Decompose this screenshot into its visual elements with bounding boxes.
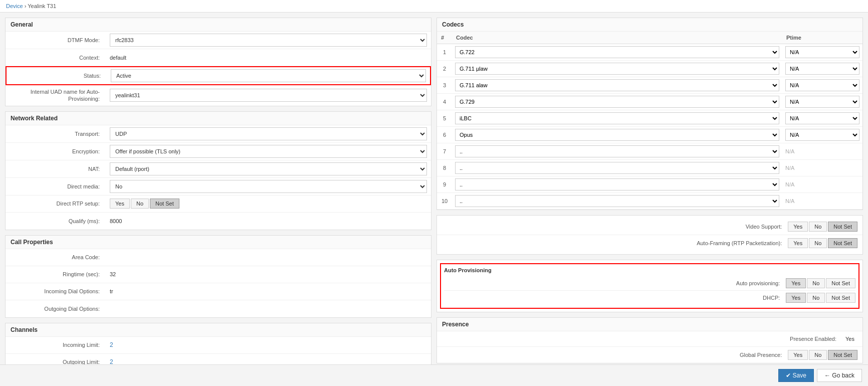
codec-row-2: 2G.711 µlawN/A (437, 61, 862, 77)
codec-num-9: 9 (437, 176, 452, 193)
qualify-value (106, 216, 431, 227)
video-notset[interactable]: Not Set (828, 222, 857, 232)
codec-row-3: 3G.711 alawN/A (437, 77, 862, 94)
ptime-select-4[interactable]: N/A (785, 96, 859, 108)
dtmf-row: DTMF Mode: rfc2833 (6, 32, 431, 49)
direct-rtp-value: Yes No Not Set (106, 197, 431, 211)
global-pres-yes[interactable]: Yes (788, 350, 808, 360)
transport-select[interactable]: UDP (110, 127, 427, 140)
nat-value: Default (rport) (106, 160, 431, 177)
ptime-cell-3: N/A (782, 77, 862, 94)
codec-num-7: 7 (437, 143, 452, 160)
direct-rtp-btngroup: Yes No Not Set (110, 199, 427, 209)
ptime-select-3[interactable]: N/A (785, 79, 859, 91)
codec-select-cell-9: .. (452, 176, 782, 193)
dhcp-label: DHCP: (444, 295, 786, 301)
outgoing-dial-row: Outgoing Dial Options: (6, 300, 431, 317)
incoming-dial-input[interactable] (110, 288, 427, 294)
autoframing-no[interactable]: No (809, 238, 827, 248)
codec-row-5: 5iLBCN/A (437, 110, 862, 127)
nat-select[interactable]: Default (rport) (110, 162, 427, 175)
col-ptime: Ptime (782, 32, 862, 44)
encryption-label: Encryption: (6, 145, 106, 157)
codec-select-1[interactable]: G.722 (455, 46, 779, 58)
status-select[interactable]: Active Inactive (111, 69, 426, 82)
codec-num-6: 6 (437, 127, 452, 143)
codec-row-10: 10..N/A (437, 193, 862, 210)
codec-select-10[interactable]: .. (455, 195, 779, 207)
transport-label: Transport: (6, 128, 106, 140)
codec-select-5[interactable]: iLBC (455, 112, 779, 124)
ptime-select-6[interactable]: N/A (785, 129, 859, 141)
direct-rtp-row: Direct RTP setup: Yes No Not Set (6, 196, 431, 213)
save-button[interactable]: ✔ Save (778, 369, 814, 382)
outgoing-dial-input[interactable] (110, 306, 427, 312)
video-yes[interactable]: Yes (788, 222, 808, 232)
dhcp-no[interactable]: No (807, 293, 825, 303)
codec-select-8[interactable]: .. (455, 162, 779, 174)
dtmf-select[interactable]: rfc2833 (110, 34, 427, 47)
auto-framing-controls: Yes No Not Set (788, 238, 857, 248)
dhcp-notset[interactable]: Not Set (826, 293, 855, 303)
direct-media-row: Direct media: No (6, 178, 431, 196)
context-input[interactable] (110, 55, 427, 61)
codec-num-1: 1 (437, 44, 452, 61)
transport-row: Transport: UDP (6, 125, 431, 143)
codec-select-3[interactable]: G.711 alaw (455, 79, 779, 91)
ptime-select-5[interactable]: N/A (785, 112, 859, 124)
codec-select-4[interactable]: G.729 (455, 96, 779, 108)
auto-framing-row: Auto-Framing (RTP Packetization): Yes No… (437, 235, 862, 251)
dhcp-yes[interactable]: Yes (786, 293, 806, 303)
transport-value: UDP (106, 125, 431, 142)
codec-select-cell-6: Opus (452, 127, 782, 143)
global-pres-notset[interactable]: Not Set (828, 350, 857, 360)
incoming-limit-link[interactable]: 2 (110, 341, 113, 348)
breadcrumb: Device › Yealink T31 (0, 0, 868, 13)
status-label: Status: (7, 70, 107, 82)
ptime-cell-4: N/A (782, 94, 862, 110)
breadcrumb-parent[interactable]: Device (6, 3, 23, 9)
status-value: Active Inactive (107, 67, 430, 84)
direct-media-value: No (106, 178, 431, 195)
video-no[interactable]: No (809, 222, 827, 232)
codec-select-7[interactable]: .. (455, 145, 779, 157)
auto-prov-no[interactable]: No (807, 278, 825, 288)
context-value (106, 52, 431, 63)
codec-select-cell-1: G.722 (452, 44, 782, 61)
direct-rtp-notset[interactable]: Not Set (150, 199, 179, 209)
codec-select-2[interactable]: G.711 µlaw (455, 63, 779, 75)
direct-rtp-no[interactable]: No (131, 199, 149, 209)
area-code-row: Area Code: (6, 249, 431, 266)
ptime-select-1[interactable]: N/A (785, 46, 859, 58)
autoframing-notset[interactable]: Not Set (828, 238, 857, 248)
ptime-cell-9: N/A (782, 176, 862, 193)
goback-label: Go back (832, 372, 854, 379)
presence-enabled-text: Yes (842, 334, 857, 343)
status-row: Status: Active Inactive (6, 66, 431, 85)
internal-uad-select[interactable]: yealinkt31 (110, 89, 427, 102)
ptime-cell-7: N/A (782, 143, 862, 160)
outgoing-dial-label: Outgoing Dial Options: (6, 303, 106, 315)
network-title: Network Related (6, 112, 431, 125)
channels-title: Channels (6, 323, 431, 337)
codec-select-9[interactable]: .. (455, 178, 779, 190)
codec-row-7: 7..N/A (437, 143, 862, 160)
autoframing-yes[interactable]: Yes (788, 238, 808, 248)
general-section: General DTMF Mode: rfc2833 Context: Stat… (5, 18, 431, 106)
area-code-label: Area Code: (6, 251, 106, 263)
ptime-select-2[interactable]: N/A (785, 63, 859, 75)
ringtime-input[interactable] (110, 271, 427, 277)
area-code-input[interactable] (110, 254, 427, 260)
auto-prov-yes[interactable]: Yes (786, 278, 806, 288)
ptime-cell-6: N/A (782, 127, 862, 143)
encryption-select[interactable]: Offer if possible (TLS only) (110, 145, 427, 158)
auto-prov-notset[interactable]: Not Set (826, 278, 855, 288)
internal-uad-row: Internal UAD name for Auto-Provisioning:… (6, 85, 431, 106)
goback-button[interactable]: ← Go back (817, 369, 862, 382)
codec-select-6[interactable]: Opus (455, 129, 779, 141)
direct-media-select[interactable]: No (110, 180, 427, 193)
direct-rtp-yes[interactable]: Yes (110, 199, 130, 209)
qualify-row: Qualify (ms): (6, 213, 431, 230)
qualify-input[interactable] (110, 218, 427, 224)
global-pres-no[interactable]: No (809, 350, 827, 360)
